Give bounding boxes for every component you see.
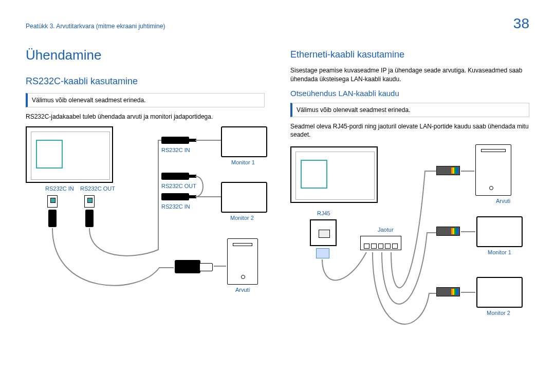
page-number: 38 xyxy=(513,15,529,32)
text-rs232c-desc: RS232C-jadakaabel tuleb ühendada arvuti … xyxy=(26,113,265,121)
note-rs232c: Välimus võib olenevalt seadmest erineda. xyxy=(26,93,265,107)
label-monitor1: Monitor 1 xyxy=(231,159,255,165)
text-lan-desc: Seadmel oleva RJ45-pordi ning jaoturil o… xyxy=(290,122,529,140)
label-arvuti-2: Arvuti xyxy=(496,198,510,204)
section-ethernet: Etherneti-kaabli kasutamine xyxy=(290,49,529,60)
text-ethernet-desc: Sisestage peamise kuvaseadme IP ja ühend… xyxy=(290,66,529,84)
label-monitor2: Monitor 2 xyxy=(230,215,254,221)
label-rs232c-out: RS232C OUT xyxy=(80,185,115,192)
label-rs232c-in: RS232C IN xyxy=(45,185,74,192)
page-title: Ühendamine xyxy=(26,47,265,63)
section-rs232c: RS232C-kaabli kasutamine xyxy=(26,76,265,87)
diagram-ethernet: RJ45 Jaotur Arvuti Monitor 1 xyxy=(290,144,529,350)
label-rs232c-out-2: RS232C OUT xyxy=(161,183,196,189)
label-rs232c-in-3: RS232C IN xyxy=(161,203,190,210)
diagram-rs232c: RS232C IN RS232C OUT RS232C IN RS232C OU… xyxy=(26,126,265,322)
label-monitor2-2: Monitor 2 xyxy=(487,310,510,316)
subsection-lan-direct: Otseühendus LAN-kaabli kaudu xyxy=(290,89,529,98)
label-rj45: RJ45 xyxy=(317,210,330,216)
label-jaotur: Jaotur xyxy=(378,227,394,233)
label-monitor1-2: Monitor 1 xyxy=(488,249,511,255)
label-arvuti: Arvuti xyxy=(235,287,250,293)
breadcrumb: Peatükk 3. Arvutitarkvara (mitme ekraani… xyxy=(26,23,165,30)
note-ethernet: Välimus võib olenevalt seadmest erineda. xyxy=(290,103,529,117)
label-rs232c-in-2: RS232C IN xyxy=(161,147,190,153)
